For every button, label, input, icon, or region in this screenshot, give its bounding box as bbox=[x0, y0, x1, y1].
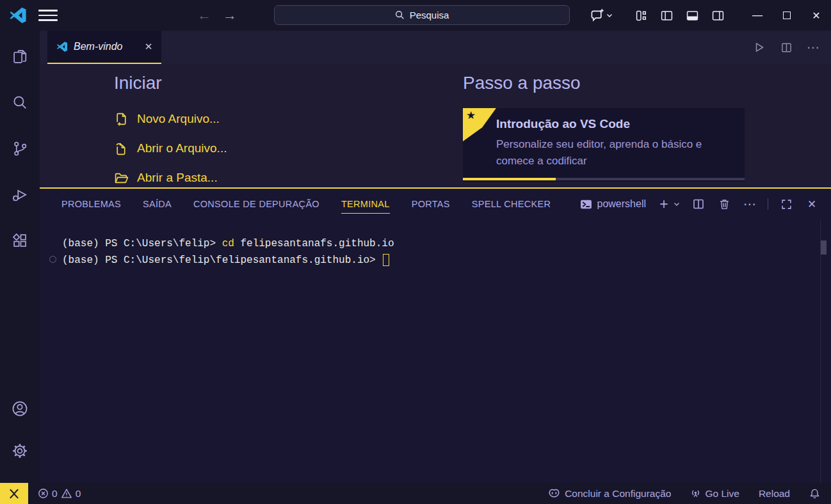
finish-setup-label: Concluir a Configuração bbox=[565, 488, 671, 500]
panel-tab-console-depuracao[interactable]: CONSOLE DE DEPURAÇÃO bbox=[193, 195, 319, 214]
toggle-primary-sidebar-button[interactable] bbox=[656, 4, 677, 26]
new-file-link[interactable]: Novo Arquivo... bbox=[114, 104, 227, 134]
chevron-down-icon bbox=[606, 12, 613, 19]
command-decoration-icon[interactable] bbox=[49, 256, 56, 263]
bottom-panel: PROBLEMAS SAÍDA CONSOLE DE DEPURAÇÃO TER… bbox=[40, 187, 831, 483]
argument-text: felipesantanafs.github.io bbox=[234, 238, 394, 249]
open-folder-label: Abrir a Pasta... bbox=[137, 171, 218, 185]
terminal-scrollbar-track bbox=[820, 219, 821, 483]
maximize-panel-button[interactable] bbox=[779, 196, 794, 212]
open-folder-link[interactable]: Abrir a Pasta... bbox=[114, 163, 227, 187]
navigate-forward-button[interactable]: → bbox=[220, 5, 240, 26]
vscode-window: ← → Pesquisa bbox=[0, 0, 831, 504]
screen-full-icon bbox=[781, 199, 792, 210]
new-terminal-group: + bbox=[656, 196, 681, 212]
panel-tab-terminal[interactable]: TERMINAL bbox=[341, 195, 390, 214]
start-section-title: Iniciar bbox=[114, 73, 227, 93]
prompt-text: (base) PS C:\Users\felip\felipesantanafs… bbox=[62, 255, 382, 266]
kill-terminal-button[interactable] bbox=[716, 196, 732, 212]
open-file-label: Abrir o Arquivo... bbox=[137, 141, 227, 155]
panel-more-actions-icon[interactable]: ⋯ bbox=[742, 196, 757, 212]
bell-icon bbox=[809, 488, 820, 500]
status-bar: 0 0 Concluir a Configuração bbox=[0, 483, 831, 504]
remote-indicator-button[interactable] bbox=[0, 483, 28, 504]
star-icon: ★ bbox=[466, 109, 476, 122]
title-bar: ← → Pesquisa bbox=[0, 0, 831, 31]
editor-tab-bar: Bem-vindo ✕ ⋯ bbox=[40, 31, 831, 64]
run-debug-icon[interactable] bbox=[4, 178, 35, 211]
more-actions-icon[interactable]: ⋯ bbox=[804, 38, 822, 56]
tab-bem-vindo[interactable]: Bem-vindo ✕ bbox=[47, 31, 161, 64]
panel-actions-divider bbox=[768, 198, 768, 210]
problems-status-button[interactable]: 0 0 bbox=[38, 488, 81, 500]
titlebar-actions: — ✕ bbox=[590, 0, 831, 31]
panel-tab-problemas[interactable]: PROBLEMAS bbox=[61, 195, 121, 214]
terminal-viewport[interactable]: (base) PS C:\Users\felip> cd felipesanta… bbox=[40, 219, 831, 483]
welcome-page: Iniciar Novo Arquivo... bbox=[40, 64, 831, 187]
walkthrough-card-description: Personalize seu editor, aprenda o básico… bbox=[496, 136, 738, 169]
copilot-face-icon bbox=[547, 488, 561, 500]
finish-setup-button[interactable]: Concluir a Configuração bbox=[547, 488, 671, 500]
reload-button[interactable]: Reload bbox=[759, 488, 790, 500]
extensions-icon[interactable] bbox=[4, 224, 35, 257]
window-minimize-button[interactable]: — bbox=[743, 0, 772, 31]
new-file-label: Novo Arquivo... bbox=[137, 112, 220, 126]
split-terminal-button[interactable] bbox=[691, 196, 706, 212]
settings-gear-icon[interactable] bbox=[4, 434, 35, 468]
window-close-button[interactable]: ✕ bbox=[802, 0, 831, 31]
split-editor-button[interactable] bbox=[777, 38, 795, 56]
panel-header: PROBLEMAS SAÍDA CONSOLE DE DEPURAÇÃO TER… bbox=[40, 189, 831, 219]
search-placeholder-label: Pesquisa bbox=[410, 10, 449, 20]
editor-and-panel: Bem-vindo ✕ ⋯ Iniciar bbox=[40, 31, 831, 483]
navigate-back-button[interactable]: ← bbox=[194, 5, 214, 26]
toggle-panel-button[interactable] bbox=[681, 4, 703, 26]
featured-ribbon: ★ bbox=[463, 108, 496, 141]
new-file-icon bbox=[114, 112, 129, 127]
command-center-search[interactable]: Pesquisa bbox=[274, 5, 570, 25]
run-file-button[interactable] bbox=[750, 38, 768, 56]
shell-selector[interactable]: powershell bbox=[580, 198, 646, 210]
panel-actions: powershell + bbox=[580, 196, 819, 212]
source-control-icon[interactable] bbox=[4, 132, 35, 165]
search-icon bbox=[395, 10, 405, 20]
terminal-scrollbar-thumb[interactable] bbox=[821, 240, 827, 255]
error-count: 0 bbox=[52, 488, 58, 500]
notifications-bell-button[interactable] bbox=[809, 488, 820, 500]
go-live-label: Go Live bbox=[705, 488, 739, 500]
copilot-chat-icon bbox=[590, 8, 606, 23]
layout-controls bbox=[630, 4, 729, 26]
walkthrough-progress-fill bbox=[463, 178, 556, 180]
search-view-icon[interactable] bbox=[4, 86, 35, 119]
new-terminal-button[interactable]: + bbox=[656, 196, 672, 212]
accounts-icon[interactable] bbox=[4, 392, 35, 425]
walkthrough-card[interactable]: ★ Introdução ao VS Code Personalize seu … bbox=[463, 108, 745, 182]
customize-layout-button[interactable] bbox=[630, 4, 652, 26]
go-live-button[interactable]: Go Live bbox=[690, 488, 739, 500]
explorer-icon[interactable] bbox=[4, 40, 35, 73]
walkthrough-section-title: Passo a passo bbox=[463, 73, 786, 93]
main-area: Bem-vindo ✕ ⋯ Iniciar bbox=[0, 31, 831, 483]
remote-icon bbox=[8, 489, 20, 499]
copilot-menu-button[interactable] bbox=[590, 8, 613, 23]
toggle-secondary-sidebar-button[interactable] bbox=[707, 4, 729, 26]
tab-close-icon[interactable]: ✕ bbox=[142, 40, 155, 53]
panel-tab-saida[interactable]: SAÍDA bbox=[143, 195, 172, 214]
open-file-link[interactable]: Abrir o Arquivo... bbox=[114, 134, 227, 163]
start-links: Novo Arquivo... Abrir o Arquivo... bbox=[114, 104, 227, 187]
new-terminal-chevron-icon[interactable] bbox=[673, 200, 681, 208]
panel-tab-portas[interactable]: PORTAS bbox=[412, 195, 450, 214]
terminal-cursor bbox=[383, 254, 389, 266]
open-folder-icon bbox=[114, 171, 129, 185]
window-maximize-button[interactable] bbox=[772, 0, 802, 31]
warning-count: 0 bbox=[76, 488, 81, 500]
panel-tab-spell-checker[interactable]: SPELL CHECKER bbox=[472, 195, 551, 214]
menu-hamburger-button[interactable] bbox=[38, 6, 58, 24]
tab-label: Bem-vindo bbox=[74, 41, 136, 52]
command-text: cd bbox=[222, 238, 234, 249]
terminal-line-2: (base) PS C:\Users\felip\felipesantanafs… bbox=[62, 252, 831, 269]
maximize-icon bbox=[783, 12, 791, 19]
terminal-line-1: (base) PS C:\Users\felip> cd felipesanta… bbox=[62, 235, 831, 252]
error-icon bbox=[38, 488, 49, 499]
editor-actions: ⋯ bbox=[750, 31, 822, 64]
close-panel-button[interactable]: ✕ bbox=[804, 196, 819, 212]
